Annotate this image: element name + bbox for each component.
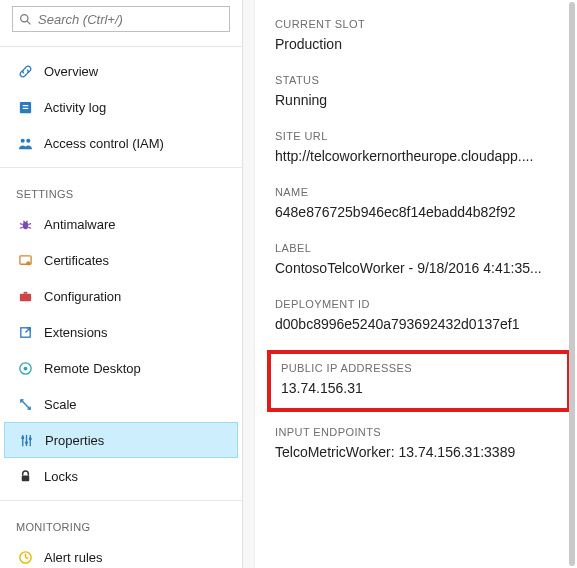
nav-item-scale[interactable]: Scale (0, 386, 242, 422)
field-public-ip: PUBLIC IP ADDRESSES 13.74.156.31 (281, 362, 557, 396)
svg-line-9 (28, 223, 31, 224)
nav-label: Configuration (44, 289, 121, 304)
nav-item-access-control[interactable]: Access control (IAM) (0, 125, 242, 161)
svg-line-8 (19, 223, 22, 224)
field-name: NAME 648e876725b946ec8f14ebadd4b82f92 (275, 186, 567, 220)
svg-line-13 (26, 220, 27, 222)
nav-label: Locks (44, 469, 78, 484)
highlight-public-ip: PUBLIC IP ADDRESSES 13.74.156.31 (267, 350, 571, 412)
field-label: SITE URL (275, 130, 567, 142)
field-value: Running (275, 92, 555, 108)
field-input-endpoints: INPUT ENDPOINTS TelcoMetricWorker: 13.74… (275, 426, 567, 460)
certificate-icon (14, 253, 36, 268)
field-label: NAME (275, 186, 567, 198)
nav-label: Activity log (44, 100, 106, 115)
field-label: PUBLIC IP ADDRESSES (281, 362, 557, 374)
svg-point-21 (23, 366, 27, 370)
nav-item-properties[interactable]: Properties (4, 422, 238, 458)
field-label-value: LABEL ContosoTelcoWorker - 9/18/2016 4:4… (275, 242, 567, 276)
svg-rect-29 (21, 475, 29, 481)
svg-line-11 (28, 227, 31, 228)
field-value: 648e876725b946ec8f14ebadd4b82f92 (275, 204, 555, 220)
nav-label: Scale (44, 397, 77, 412)
nav-item-alert-rules[interactable]: Alert rules (0, 539, 242, 568)
group-settings: SETTINGS (0, 174, 242, 206)
svg-point-6 (26, 138, 30, 142)
nav-label: Extensions (44, 325, 108, 340)
field-label: DEPLOYMENT ID (275, 298, 567, 310)
nav-item-activity-log[interactable]: Activity log (0, 89, 242, 125)
nav-item-extensions[interactable]: Extensions (0, 314, 242, 350)
field-label: INPUT ENDPOINTS (275, 426, 567, 438)
nav-label: Antimalware (44, 217, 116, 232)
svg-rect-17 (23, 291, 27, 293)
svg-point-15 (26, 261, 30, 265)
svg-rect-2 (19, 101, 30, 112)
svg-line-32 (25, 557, 28, 558)
scale-icon (14, 397, 36, 412)
alert-icon (14, 550, 36, 565)
nav-item-antimalware[interactable]: Antimalware (0, 206, 242, 242)
svg-line-22 (20, 399, 29, 408)
field-value: http://telcoworkernortheurope.cloudapp..… (275, 148, 555, 164)
field-value: TelcoMetricWorker: 13.74.156.31:3389 (275, 444, 555, 460)
field-label: STATUS (275, 74, 567, 86)
svg-line-10 (19, 227, 22, 228)
svg-line-19 (25, 327, 30, 332)
extension-icon (14, 325, 36, 340)
bug-icon (14, 217, 36, 232)
svg-point-26 (21, 436, 24, 439)
field-value: Production (275, 36, 555, 52)
field-deployment-id: DEPLOYMENT ID d00bc8996e5240a793692432d0… (275, 298, 567, 332)
field-value: 13.74.156.31 (281, 380, 557, 396)
svg-point-5 (20, 138, 24, 142)
people-icon (14, 136, 36, 151)
briefcase-icon (14, 289, 36, 304)
properties-pane: CURRENT SLOT Production STATUS Running S… (255, 0, 577, 568)
nav-label: Certificates (44, 253, 109, 268)
svg-rect-16 (19, 293, 30, 301)
field-current-slot: CURRENT SLOT Production (275, 18, 567, 52)
nav-label: Overview (44, 64, 98, 79)
svg-point-0 (21, 14, 28, 21)
sidebar: Overview Activity log Access control (IA… (0, 0, 243, 568)
pane-divider[interactable] (243, 0, 255, 568)
lock-icon (14, 469, 36, 484)
scrollbar[interactable] (569, 2, 575, 566)
field-value: d00bc8996e5240a793692432d0137ef1 (275, 316, 555, 332)
nav-item-configuration[interactable]: Configuration (0, 278, 242, 314)
nav-item-locks[interactable]: Locks (0, 458, 242, 494)
remote-icon (14, 361, 36, 376)
nav-item-remote-desktop[interactable]: Remote Desktop (0, 350, 242, 386)
search-box[interactable] (12, 6, 230, 32)
svg-line-1 (27, 21, 30, 24)
svg-point-28 (28, 437, 31, 440)
properties-icon (15, 433, 37, 448)
field-site-url: SITE URL http://telcoworkernortheurope.c… (275, 130, 567, 164)
nav-label: Remote Desktop (44, 361, 141, 376)
field-value: ContosoTelcoWorker - 9/18/2016 4:41:35..… (275, 260, 555, 276)
svg-point-27 (25, 440, 28, 443)
nav-item-overview[interactable]: Overview (0, 53, 242, 89)
nav-item-certificates[interactable]: Certificates (0, 242, 242, 278)
log-icon (14, 100, 36, 115)
nav-label: Properties (45, 433, 104, 448)
search-input[interactable] (38, 12, 223, 27)
svg-point-7 (22, 221, 28, 229)
search-icon (19, 13, 32, 26)
group-monitoring: MONITORING (0, 507, 242, 539)
svg-line-12 (23, 220, 24, 222)
nav-label: Alert rules (44, 550, 103, 565)
field-label: LABEL (275, 242, 567, 254)
field-status: STATUS Running (275, 74, 567, 108)
field-label: CURRENT SLOT (275, 18, 567, 30)
nav-label: Access control (IAM) (44, 136, 164, 151)
link-icon (14, 64, 36, 79)
